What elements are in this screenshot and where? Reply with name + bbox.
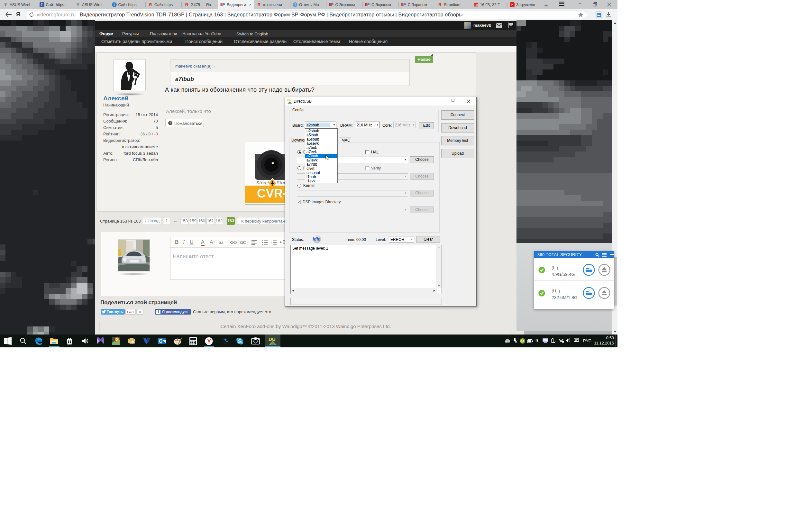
svg-text:DU: DU xyxy=(269,337,275,342)
svg-text:2: 2 xyxy=(271,242,272,244)
svg-text:2: 2 xyxy=(116,338,118,342)
svg-text:DU: DU xyxy=(287,99,291,102)
svg-text:Street: Street xyxy=(256,180,269,185)
svg-text:S: S xyxy=(238,338,242,344)
